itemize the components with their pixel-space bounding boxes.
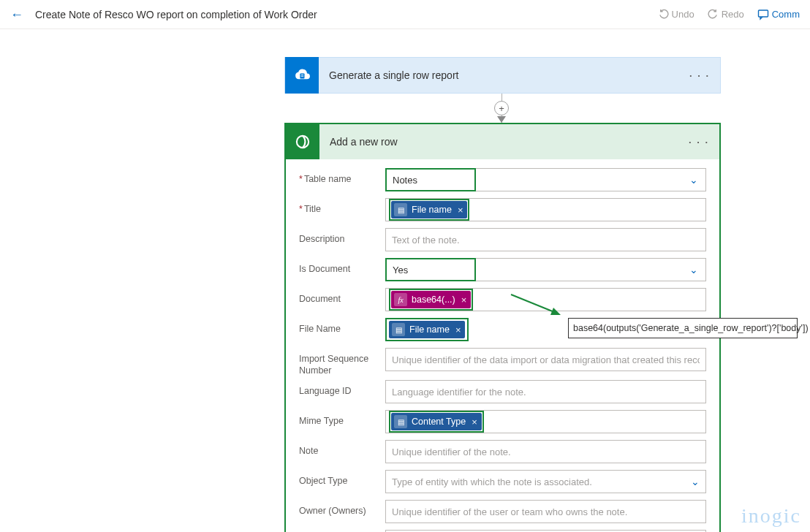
step-title: Generate a single row report (319, 69, 679, 81)
owner-input[interactable] (385, 500, 706, 523)
top-bar-right: Undo Redo Comm (658, 9, 800, 20)
label-title: *Title (299, 198, 385, 216)
label-table-name: *Table name (299, 168, 385, 186)
label-import-seq: Import Sequence Number (299, 348, 385, 376)
mime-type-token[interactable]: ▤ Content Type × (391, 413, 482, 430)
dataverse-icon (293, 132, 312, 151)
is-document-dropdown[interactable]: ⌄ (476, 258, 706, 281)
row-table-name: *Table name Notes ⌄ (299, 168, 706, 191)
object-type-select[interactable]: Type of entity with which the note is as… (385, 470, 706, 493)
expression-tooltip: base64(outputs('Generate_a_single_row_re… (568, 318, 798, 338)
token-remove-icon[interactable]: × (456, 205, 463, 216)
label-mime-type: Mime Type (299, 410, 385, 428)
undo-label: Undo (672, 9, 694, 20)
label-note: Note (299, 440, 385, 457)
file-name-token[interactable]: ▤ File name × (389, 321, 465, 338)
connector-arrowhead-icon (497, 116, 506, 123)
row-is-document: Is Document Yes ⌄ (299, 258, 706, 281)
title-input[interactable]: ▤ File name × (385, 198, 706, 221)
top-bar: ← Create Note of Resco WO report on comp… (0, 0, 810, 29)
description-input[interactable] (385, 228, 706, 251)
chevron-down-icon: ⌄ (689, 174, 698, 186)
step-generate-report[interactable]: Generate a single row report · · · (284, 57, 721, 94)
token-file-icon: ▤ (394, 203, 407, 216)
watermark: inogic (741, 504, 801, 528)
label-file-name: File Name (299, 318, 385, 335)
row-mime-type: Mime Type ▤ Content Type × (299, 410, 706, 433)
token-file-icon: ▤ (394, 415, 407, 428)
svg-rect-0 (758, 10, 768, 17)
label-language-id: Language ID (299, 380, 385, 398)
table-name-select[interactable]: Notes ⌄ (385, 168, 706, 191)
is-document-value: Yes (385, 258, 476, 281)
action-header[interactable]: Add a new row · · · (286, 124, 719, 159)
svg-point-4 (297, 136, 309, 148)
row-description: Description (299, 228, 706, 251)
document-token-base64[interactable]: fx base64(...) × (391, 291, 471, 308)
label-owner: Owner (Owners) (299, 500, 385, 517)
token-fx-icon: fx (394, 293, 407, 306)
row-language-id: Language ID (299, 380, 706, 403)
step-icon (285, 57, 319, 94)
table-name-value: Notes (385, 168, 476, 191)
language-id-input[interactable] (385, 380, 706, 403)
redo-label: Redo (722, 9, 744, 20)
token-remove-icon[interactable]: × (470, 417, 477, 428)
chevron-down-icon: ⌄ (689, 264, 698, 276)
document-input[interactable]: fx base64(...) × (385, 288, 706, 311)
label-is-document: Is Document (299, 258, 385, 276)
redo-button[interactable]: Redo (708, 9, 744, 20)
comments-label: Comm (772, 9, 800, 20)
action-icon (286, 124, 319, 159)
table-name-dropdown[interactable]: ⌄ (476, 168, 706, 191)
flow-canvas: Generate a single row report · · · + Add… (0, 29, 810, 532)
svg-rect-3 (301, 76, 304, 77)
label-document: Document (299, 288, 385, 305)
action-title: Add a new row (319, 136, 678, 148)
top-bar-left: ← Create Note of Resco WO report on comp… (7, 5, 317, 24)
token-file-icon: ▤ (392, 323, 405, 336)
import-seq-input[interactable] (385, 348, 706, 371)
row-owner: Owner (Owners) (299, 500, 706, 523)
label-object-type: Object Type (299, 470, 385, 487)
row-note: Note (299, 440, 706, 463)
note-input[interactable] (385, 440, 706, 463)
back-arrow-icon[interactable]: ← (7, 5, 26, 24)
token-remove-icon[interactable]: × (454, 324, 461, 335)
row-file-name: File Name ▤ File name × base64(outputs('… (299, 318, 706, 341)
cloud-report-icon (292, 65, 312, 86)
row-document: Document fx base64(...) × (299, 288, 706, 311)
label-description: Description (299, 228, 385, 246)
comments-icon (757, 9, 769, 20)
chevron-down-icon: ⌄ (691, 476, 700, 487)
object-type-placeholder: Type of entity with which the note is as… (392, 476, 592, 487)
redo-icon (708, 9, 719, 20)
row-import-seq: Import Sequence Number (299, 348, 706, 376)
action-more-icon[interactable]: · · · (678, 137, 719, 148)
mime-type-input[interactable]: ▤ Content Type × (385, 410, 706, 433)
flow-title: Create Note of Resco WO report on comple… (35, 9, 317, 20)
svg-rect-2 (301, 75, 304, 75)
row-title: *Title ▤ File name × (299, 198, 706, 221)
action-body: *Table name Notes ⌄ *Title ▤ (286, 159, 719, 532)
title-token-file-name[interactable]: ▤ File name × (391, 201, 467, 218)
add-step-button[interactable]: + (494, 101, 509, 115)
comments-button[interactable]: Comm (757, 9, 800, 20)
token-remove-icon[interactable]: × (460, 294, 467, 305)
undo-button[interactable]: Undo (658, 9, 694, 20)
row-object-type: Object Type Type of entity with which th… (299, 470, 706, 493)
is-document-select[interactable]: Yes ⌄ (385, 258, 706, 281)
step-more-icon[interactable]: · · · (679, 70, 720, 81)
undo-icon (658, 9, 669, 20)
action-add-new-row: Add a new row · · · *Table name Notes ⌄ … (284, 123, 721, 532)
